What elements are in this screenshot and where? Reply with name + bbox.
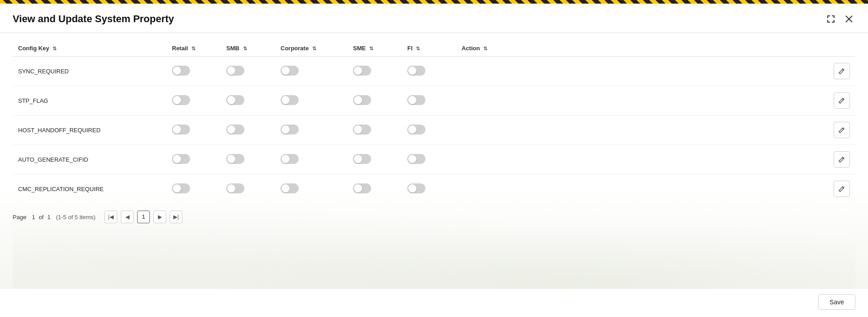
edit-button-row-3[interactable]	[834, 151, 850, 168]
toggle-smb-row-2[interactable]	[226, 125, 244, 134]
cell-retail-row-1	[167, 86, 221, 115]
toggle-fi-row-2[interactable]	[407, 125, 425, 134]
cell-sme-row-2	[348, 115, 402, 145]
cell-action-row-1	[456, 86, 855, 115]
cell-action-row-2	[456, 115, 855, 145]
toggle-smb-row-0[interactable]	[226, 66, 244, 76]
col-header-corporate[interactable]: Corporate ⇅	[275, 40, 348, 57]
cell-retail-row-3	[167, 145, 221, 174]
col-header-smb[interactable]: SMB ⇅	[221, 40, 275, 57]
pencil-icon	[838, 97, 845, 104]
table-row: STP_FLAG	[13, 86, 855, 115]
cell-sme-row-0	[348, 57, 402, 86]
col-header-fi[interactable]: FI ⇅	[402, 40, 456, 57]
toggle-fi-row-0[interactable]	[407, 66, 425, 76]
pencil-icon	[838, 126, 845, 134]
edit-button-row-1[interactable]	[834, 92, 850, 109]
col-header-config-key[interactable]: Config Key ⇅	[13, 40, 167, 57]
svg-line-11	[839, 191, 840, 192]
toggle-corporate-row-2[interactable]	[281, 125, 299, 134]
expand-icon	[826, 14, 835, 24]
cell-config-key: STP_FLAG	[13, 86, 167, 115]
prev-page-button[interactable]: ◀	[121, 211, 134, 223]
cell-corporate-row-3	[275, 145, 348, 174]
pencil-icon	[838, 156, 845, 163]
page-label: Page	[13, 214, 26, 221]
svg-line-7	[839, 132, 840, 133]
config-key-sort-icon: ⇅	[52, 46, 57, 52]
cell-retail-row-2	[167, 115, 221, 145]
close-button[interactable]	[843, 13, 855, 25]
cell-fi-row-0	[402, 57, 456, 86]
cell-smb-row-1	[221, 86, 275, 115]
pencil-icon	[838, 67, 845, 75]
next-page-button[interactable]: ▶	[153, 211, 166, 223]
cell-smb-row-3	[221, 145, 275, 174]
toggle-corporate-row-1[interactable]	[281, 95, 299, 105]
toggle-smb-row-4[interactable]	[226, 183, 244, 193]
pencil-icon	[838, 185, 845, 192]
total-pages: 1	[47, 214, 50, 221]
toggle-sme-row-1[interactable]	[353, 95, 371, 105]
cell-corporate-row-0	[275, 57, 348, 86]
modal-body: Config Key ⇅ Retail ⇅ SMB ⇅ Corporate	[0, 33, 868, 289]
col-header-retail[interactable]: Retail ⇅	[167, 40, 221, 57]
modal-header: View and Update System Property	[0, 4, 868, 33]
system-property-table: Config Key ⇅ Retail ⇅ SMB ⇅ Corporate	[13, 40, 855, 203]
toggle-sme-row-3[interactable]	[353, 154, 371, 164]
cell-retail-row-4	[167, 174, 221, 204]
col-header-action[interactable]: Action ⇅	[456, 40, 855, 57]
toggle-fi-row-1[interactable]	[407, 95, 425, 105]
top-decorative-bar	[0, 0, 868, 4]
toggle-corporate-row-0[interactable]	[281, 66, 299, 76]
svg-line-9	[839, 161, 840, 163]
modal-footer: Save	[0, 289, 868, 317]
toggle-smb-row-1[interactable]	[226, 95, 244, 105]
edit-button-row-2[interactable]	[834, 122, 850, 138]
toggle-corporate-row-3[interactable]	[281, 154, 299, 164]
toggle-sme-row-4[interactable]	[353, 183, 371, 193]
modal-body-inner: Config Key ⇅ Retail ⇅ SMB ⇅ Corporate	[13, 33, 855, 289]
cell-action-row-4	[456, 174, 855, 204]
toggle-fi-row-3[interactable]	[407, 154, 425, 164]
toggle-sme-row-2[interactable]	[353, 125, 371, 134]
pagination-bar: Page 1 of 1 (1-5 of 5 items) |◀ ◀ 1 ▶	[13, 203, 855, 229]
toggle-retail-row-2[interactable]	[172, 125, 190, 134]
toggle-fi-row-4[interactable]	[407, 183, 425, 193]
cell-retail-row-0	[167, 57, 221, 86]
toggle-smb-row-3[interactable]	[226, 154, 244, 164]
cell-fi-row-3	[402, 145, 456, 174]
corporate-sort-icon: ⇅	[312, 46, 316, 52]
cell-fi-row-1	[402, 86, 456, 115]
cell-config-key: HOST_HANDOFF_REQUIRED	[13, 115, 167, 145]
action-sort-icon: ⇅	[483, 46, 487, 52]
toggle-retail-row-1[interactable]	[172, 95, 190, 105]
retail-sort-icon: ⇅	[191, 46, 196, 52]
page-1-button[interactable]: 1	[137, 211, 150, 223]
cell-config-key: AUTO_GENERATE_CIFID	[13, 145, 167, 174]
edit-button-row-0[interactable]	[834, 63, 850, 79]
modal-container: View and Update System Property	[0, 4, 868, 317]
first-page-button[interactable]: |◀	[105, 211, 117, 223]
toggle-retail-row-0[interactable]	[172, 66, 190, 76]
toggle-retail-row-3[interactable]	[172, 154, 190, 164]
toggle-corporate-row-4[interactable]	[281, 183, 299, 193]
of-label: of	[39, 214, 44, 221]
cell-smb-row-4	[221, 174, 275, 204]
cell-sme-row-3	[348, 145, 402, 174]
save-button[interactable]: Save	[818, 294, 855, 310]
current-page-number: 1	[32, 214, 35, 221]
last-page-button[interactable]: ▶|	[170, 211, 182, 223]
edit-button-row-4[interactable]	[834, 181, 850, 197]
cell-smb-row-0	[221, 57, 275, 86]
cell-corporate-row-1	[275, 86, 348, 115]
toggle-sme-row-0[interactable]	[353, 66, 371, 76]
cell-fi-row-2	[402, 115, 456, 145]
col-header-sme[interactable]: SME ⇅	[348, 40, 402, 57]
cell-config-key: CMC_REPLICATION_REQUIRE	[13, 174, 167, 204]
table-row: CMC_REPLICATION_REQUIRE	[13, 174, 855, 204]
table-row: SYNC_REQUIRED	[13, 57, 855, 86]
expand-button[interactable]	[825, 13, 837, 25]
cell-corporate-row-4	[275, 174, 348, 204]
toggle-retail-row-4[interactable]	[172, 183, 190, 193]
